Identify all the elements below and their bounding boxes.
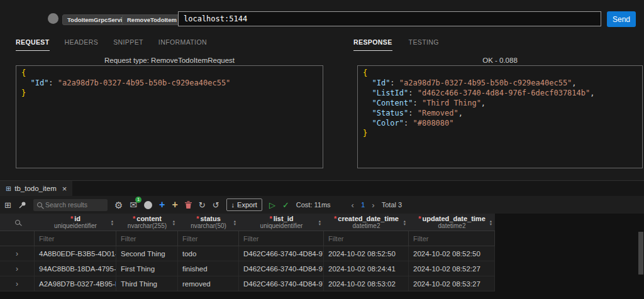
code-token: "Color" [372,119,404,128]
required-icon: * [418,215,421,222]
filter-input-content[interactable]: Filter [116,231,178,246]
column-header-created_date_time[interactable]: *created_date_timedatetime2▴▾ [324,214,409,231]
code-line: { [363,68,637,78]
vertical-scrollbar[interactable] [638,232,643,275]
connection-indicator[interactable] [48,13,58,24]
server-url-input[interactable] [178,11,601,26]
export-button[interactable]: ↓ Export [226,198,262,211]
sort-down-icon: ▾ [319,222,321,226]
results-search-toggle[interactable] [0,214,35,231]
pin-icon-graphic [18,201,26,209]
row-expander[interactable]: › [0,261,35,276]
results-tabstrip: ⊞ tb_todo_item × [0,181,644,196]
table-cell[interactable]: D462C466-3740-4D84-976F-6DECF037814B [239,276,324,291]
tab-testing[interactable]: TESTING [409,38,439,51]
column-type: datetime2 [353,222,380,229]
code-token: : [408,109,417,117]
results-tab[interactable]: ⊞ tb_todo_item × [0,181,72,196]
column-header-updated_date_time[interactable]: *updated_date_timedatetime2▴▾ [409,214,495,231]
code-token [363,89,372,97]
table-cell[interactable]: finished [178,261,239,276]
run-query-icon[interactable]: ▷ [269,201,275,209]
tab-snippet[interactable]: SNIPPET [113,38,143,51]
insert-row-icon[interactable]: + [172,200,177,210]
column-header-list_id[interactable]: *list_iduniqueidentifier▴▾ [239,214,324,231]
export-label: Export [237,201,257,209]
column-name: *id [70,215,80,222]
table-cell[interactable]: removed [178,276,239,291]
table-icon: ⊞ [6,185,11,193]
tab-information[interactable]: INFORMATION [158,38,207,51]
pin-icon[interactable] [18,201,26,209]
code-token [363,119,372,128]
search-input[interactable]: Search results [33,199,108,211]
success-check-icon: ✓ [282,201,289,209]
column-name: *content [133,215,162,222]
request-body-editor[interactable]: { "Id": "a2a98d7b-0327-4b95-b50b-c929ea4… [16,65,323,168]
results-panel: ⊞ tb_todo_item × ⊞ Search results ⚙ ✉ 1 [0,180,644,299]
code-token: "Id" [30,79,48,87]
table-cell[interactable]: 4A8B0EDF-B3B5-4D01-9846 [35,246,116,261]
code-token: "ListId" [372,89,408,97]
column-name: *created_date_time [334,215,399,222]
chevron-right-icon: › [16,249,18,258]
code-token: : [390,79,399,87]
revert-icon[interactable]: ↺ [213,201,219,209]
send-button[interactable]: Send [607,11,636,27]
table-cell[interactable]: 2024-10-02 08:52:27 [409,261,495,276]
method-chip[interactable]: RemoveTodoItem [122,14,182,25]
table-row[interactable]: ›94AC8B0B-18DA-4795-9612First Thingfinis… [0,261,495,276]
code-token: "Status" [372,109,408,117]
settings-gear-icon[interactable]: ⚙ [114,200,123,210]
column-type: datetime2 [438,222,466,229]
code-line: "Id": "a2a98d7b-0327-4b95-b50b-c929ea40e… [21,78,318,88]
github-icon[interactable] [144,201,152,209]
filter-input-list_id[interactable]: Filter [239,231,324,246]
sort-icons: ▴▾ [234,219,236,226]
chevron-right-icon: › [16,280,18,288]
table-cell[interactable]: todo [178,246,239,261]
prev-page-icon[interactable]: ‹ [352,200,354,210]
column-name-text: list_id [274,215,294,222]
filter-input-status[interactable]: Filter [178,231,239,246]
close-icon[interactable]: × [62,184,67,193]
row-expander[interactable]: › [0,276,35,291]
table-cell[interactable]: 2024-10-02 08:52:50 [324,246,409,261]
table-cell[interactable]: 2024-10-02 08:53:27 [409,276,495,291]
table-row[interactable]: ›A2A98D7B-0327-4B95-B50B-C929EA40EC55Thi… [0,276,495,291]
tab-headers[interactable]: HEADERS [65,38,99,51]
table-cell[interactable]: 94AC8B0B-18DA-4795-9612 [35,261,116,276]
row-expander[interactable]: › [0,246,35,261]
next-page-icon[interactable]: › [372,200,374,210]
trash-icon-graphic [185,201,192,209]
feedback-icon[interactable]: ✉ 1 [130,200,137,209]
table-cell[interactable]: 2024-10-02 08:52:50 [409,246,495,261]
sort-down-icon: ▾ [173,222,175,226]
table-cell[interactable]: 2024-10-02 08:24:41 [324,261,409,276]
column-header-id[interactable]: *iduniqueidentifier▴▾ [35,214,116,231]
filter-input-created_date_time[interactable]: Filter [324,231,409,246]
table-cell[interactable]: 2024-10-02 08:53:02 [324,276,409,291]
delete-row-icon[interactable] [185,201,192,209]
column-header-content[interactable]: *contentnvarchar(255)▴▾ [116,214,178,231]
table-cell[interactable]: Second Thing [116,246,178,261]
column-header-status[interactable]: *statusnvarchar(50)▴▾ [178,214,239,231]
results-tab-title: tb_todo_item [14,185,57,192]
table-cell[interactable]: Third Thing [116,276,178,291]
tab-request[interactable]: REQUEST [16,38,50,51]
page-number[interactable]: 1 [361,201,365,209]
column-name-text: status [200,215,220,222]
table-cell[interactable]: First Thing [116,261,178,276]
filter-input-id[interactable]: Filter [35,231,116,246]
tab-response[interactable]: RESPONSE [353,38,392,51]
table-cell[interactable]: A2A98D7B-0327-4B95-B50B-C929EA40EC55 [35,276,116,291]
refresh-icon[interactable]: ↻ [199,201,206,209]
required-icon: * [133,215,135,222]
table-row[interactable]: ›4A8B0EDF-B3B5-4D01-9846Second Thingtodo… [0,246,495,261]
table-cell[interactable]: D462C466-3740-4D84-976F-6DECF037814B [239,261,324,276]
open-in-editor-icon[interactable]: ⊞ [4,201,11,209]
table-cell[interactable]: D462C466-3740-4D84-976F-6DECF037814B [239,246,324,261]
filter-input-updated_date_time[interactable]: Filter [409,231,495,246]
add-row-icon[interactable]: + [159,200,165,210]
grid-filter-row: FilterFilterFilterFilterFilterFilter [0,231,495,246]
